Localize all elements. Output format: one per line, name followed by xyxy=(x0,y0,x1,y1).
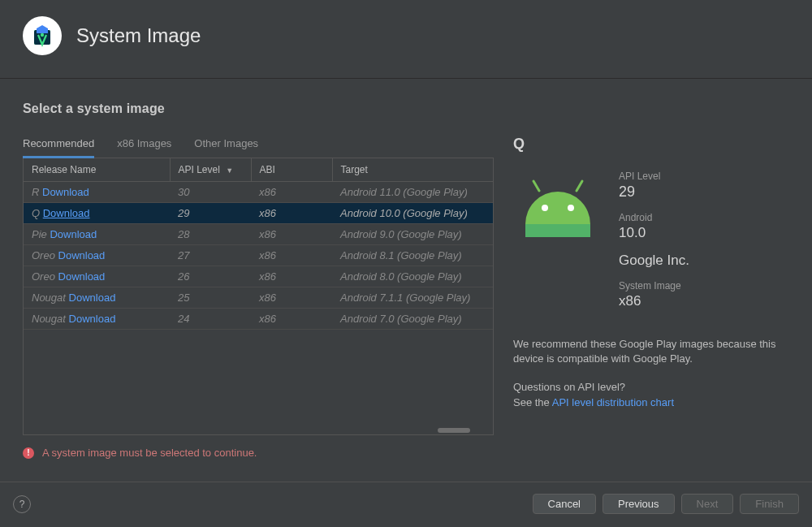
target-cell: Android 9.0 (Google Play) xyxy=(332,224,493,245)
see-prefix: See the xyxy=(513,396,552,408)
column-header-target[interactable]: Target xyxy=(332,158,493,182)
system-image-value: x86 xyxy=(619,293,789,309)
horizontal-scrollbar[interactable] xyxy=(438,428,470,433)
next-button[interactable]: Next xyxy=(681,494,734,514)
download-link[interactable]: Download xyxy=(43,207,90,219)
release-name: Oreo xyxy=(32,249,58,261)
api-level-cell: 29 xyxy=(170,203,251,224)
svg-point-2 xyxy=(41,33,44,37)
svg-point-3 xyxy=(542,205,548,211)
android-studio-icon xyxy=(23,16,62,55)
error-banner: ! A system image must be selected to con… xyxy=(0,435,812,459)
abi-cell: x86 xyxy=(251,182,332,203)
table-row[interactable]: Oreo Download27x86Android 8.1 (Google Pl… xyxy=(24,245,493,266)
error-icon: ! xyxy=(23,447,34,459)
help-button[interactable]: ? xyxy=(13,495,31,513)
abi-cell: x86 xyxy=(251,309,332,330)
table-row[interactable]: Nougat Download25x86Android 7.1.1 (Googl… xyxy=(24,287,493,309)
release-name: R xyxy=(32,186,42,198)
api-level-cell: 26 xyxy=(170,266,251,287)
android-robot-icon xyxy=(513,171,603,321)
api-level-value: 29 xyxy=(619,184,789,201)
api-level-cell: 25 xyxy=(170,287,251,309)
abi-cell: x86 xyxy=(251,224,332,245)
api-distribution-link[interactable]: API level distribution chart xyxy=(552,396,674,408)
error-message: A system image must be selected to conti… xyxy=(42,447,257,459)
recommendation-text: We recommend these Google Play images be… xyxy=(513,337,789,366)
api-level-cell: 30 xyxy=(170,182,251,203)
download-link[interactable]: Download xyxy=(50,228,97,240)
target-cell: Android 11.0 (Google Play) xyxy=(332,182,493,203)
finish-button[interactable]: Finish xyxy=(740,494,799,514)
release-name: Nougat xyxy=(32,313,69,325)
tab-recommended[interactable]: Recommended xyxy=(23,132,94,158)
column-header-release[interactable]: Release Name xyxy=(24,158,170,182)
dialog-header: System Image xyxy=(0,0,812,79)
api-level-label: API Level xyxy=(619,171,789,182)
tab-other-images[interactable]: Other Images xyxy=(194,132,258,158)
abi-cell: x86 xyxy=(251,245,332,266)
target-cell: Android 7.0 (Google Play) xyxy=(332,309,493,330)
column-header-api-label: API Level xyxy=(179,164,220,175)
table-row[interactable]: Nougat Download24x86Android 7.0 (Google … xyxy=(24,309,493,330)
release-name: Q xyxy=(32,207,43,219)
abi-cell: x86 xyxy=(251,266,332,287)
release-name: Nougat xyxy=(32,292,69,304)
android-version-value: 10.0 xyxy=(619,225,789,241)
release-name: Oreo xyxy=(32,270,58,283)
api-level-cell: 27 xyxy=(170,245,251,266)
download-link[interactable]: Download xyxy=(42,186,89,198)
sort-desc-icon: ▼ xyxy=(226,166,233,175)
download-link[interactable]: Download xyxy=(58,249,106,261)
api-question-text: Questions on API level? xyxy=(513,381,789,393)
system-image-label: System Image xyxy=(619,280,789,292)
target-cell: Android 7.1.1 (Google Play) xyxy=(332,287,493,309)
android-label: Android xyxy=(619,212,789,223)
tab-x86-images[interactable]: x86 Images xyxy=(117,132,171,158)
download-link[interactable]: Download xyxy=(58,270,106,283)
column-header-abi[interactable]: ABI xyxy=(251,158,332,182)
api-level-cell: 24 xyxy=(170,309,251,330)
detail-title: Q xyxy=(513,136,789,153)
dialog-title: System Image xyxy=(76,24,201,47)
abi-cell: x86 xyxy=(251,203,332,224)
detail-panel: Q API Level 29 Android 10. xyxy=(513,102,789,435)
table-row[interactable]: Oreo Download26x86Android 8.0 (Google Pl… xyxy=(24,266,493,287)
download-link[interactable]: Download xyxy=(69,292,116,304)
table-row[interactable]: Pie Download28x86Android 9.0 (Google Pla… xyxy=(24,224,493,245)
abi-cell: x86 xyxy=(251,287,332,309)
target-cell: Android 10.0 (Google Play) xyxy=(332,203,493,224)
table-row[interactable]: R Download30x86Android 11.0 (Google Play… xyxy=(24,182,493,203)
api-chart-line: See the API level distribution chart xyxy=(513,396,789,408)
previous-button[interactable]: Previous xyxy=(603,494,675,514)
dialog-footer: ? Cancel Previous Next Finish xyxy=(0,482,812,527)
table-row[interactable]: Q Download29x86Android 10.0 (Google Play… xyxy=(24,203,493,224)
column-header-api[interactable]: API Level ▼ xyxy=(170,158,251,182)
target-cell: Android 8.0 (Google Play) xyxy=(332,266,493,287)
system-image-table: Release Name API Level ▼ ABI Target R Do… xyxy=(23,158,494,435)
download-link[interactable]: Download xyxy=(69,313,116,325)
svg-point-4 xyxy=(568,205,574,211)
cancel-button[interactable]: Cancel xyxy=(533,494,596,514)
api-level-cell: 28 xyxy=(170,224,251,245)
image-tabs: Recommended x86 Images Other Images xyxy=(23,132,494,158)
target-cell: Android 8.1 (Google Play) xyxy=(332,245,493,266)
vendor-value: Google Inc. xyxy=(619,253,789,269)
section-subtitle: Select a system image xyxy=(23,102,494,116)
release-name: Pie xyxy=(32,228,50,240)
